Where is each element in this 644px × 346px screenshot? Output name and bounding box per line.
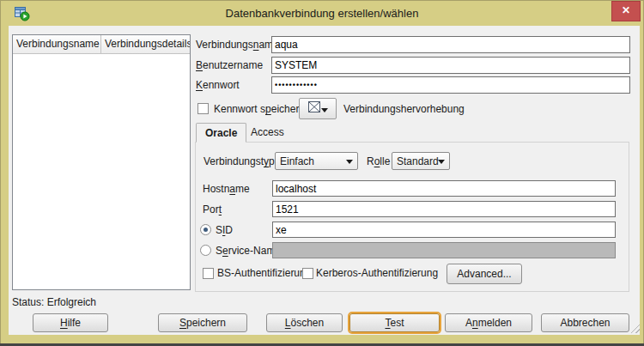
role-value: Standard (397, 155, 439, 167)
role-dropdown[interactable]: Standard (392, 152, 450, 170)
no-color-icon (307, 100, 329, 117)
role-label: Rolle (367, 155, 390, 167)
titlebar[interactable]: Datenbankverbindung erstellen/wählen ✕ (0, 0, 644, 26)
column-header-connection-details[interactable]: Verbindungsdetails (101, 35, 190, 53)
connection-highlight-label: Verbindungshervorhebung (343, 103, 465, 115)
sid-label: SID (216, 224, 233, 236)
connection-name-label: Verbindungsname (196, 39, 279, 51)
connection-type-dropdown[interactable]: Einfach (275, 152, 358, 170)
cancel-button[interactable]: Abbrechen (541, 313, 629, 332)
delete-button[interactable]: Löschen (266, 313, 343, 332)
advanced-button[interactable]: Advanced... (447, 264, 522, 284)
hostname-label: Hostname (203, 183, 250, 195)
connection-list-header: Verbindungsname Verbindungsdetails (13, 35, 190, 54)
connection-name-input[interactable] (271, 36, 630, 53)
password-label: Kennwort (196, 79, 240, 91)
save-password-checkbox[interactable] (197, 103, 209, 114)
connection-list: Verbindungsname Verbindungsdetails (12, 34, 191, 290)
dialog-window: Datenbankverbindung erstellen/wählen ✕ V… (0, 0, 644, 346)
os-authentication-label: BS-Authentifizierung (217, 267, 311, 279)
username-label: Benutzername (196, 59, 263, 71)
password-input[interactable] (271, 76, 630, 94)
sid-radio[interactable] (200, 224, 211, 235)
database-run-icon (14, 5, 30, 21)
help-button[interactable]: Hilfe (33, 313, 108, 332)
kerberos-authentication-checkbox[interactable] (302, 268, 313, 279)
test-button[interactable]: Test (349, 313, 440, 332)
hostname-input[interactable] (272, 180, 616, 197)
tab-oracle[interactable]: Oracle (196, 123, 246, 143)
column-header-connection-name[interactable]: Verbindungsname (13, 35, 101, 53)
save-button[interactable]: Speichern (158, 313, 247, 332)
os-authentication-checkbox[interactable] (203, 268, 214, 279)
username-input[interactable] (271, 57, 630, 74)
connect-button[interactable]: Anmelden (445, 313, 532, 332)
connection-type-value: Einfach (280, 155, 314, 167)
port-label: Port (203, 203, 222, 215)
kerberos-authentication-label: Kerberos-Authentifizierung (316, 267, 438, 279)
chevron-down-icon (346, 160, 353, 164)
service-name-radio[interactable] (200, 245, 211, 256)
sid-input[interactable] (272, 222, 616, 238)
connection-list-body[interactable] (13, 53, 190, 289)
window-title: Datenbankverbindung erstellen/wählen (52, 7, 592, 20)
status-text: Status: Erfolgreich (12, 296, 96, 308)
port-input[interactable] (272, 201, 616, 217)
tab-access[interactable]: Access (242, 123, 293, 143)
close-icon[interactable]: ✕ (611, 1, 641, 21)
service-name-input (272, 242, 616, 258)
connection-type-label: Verbindungstyp (204, 155, 275, 167)
chevron-down-icon (438, 160, 445, 164)
save-password-label: Kennwort speichern (214, 103, 305, 115)
connection-color-picker-button[interactable] (299, 98, 337, 119)
service-name-label: Service-Name (216, 245, 281, 257)
